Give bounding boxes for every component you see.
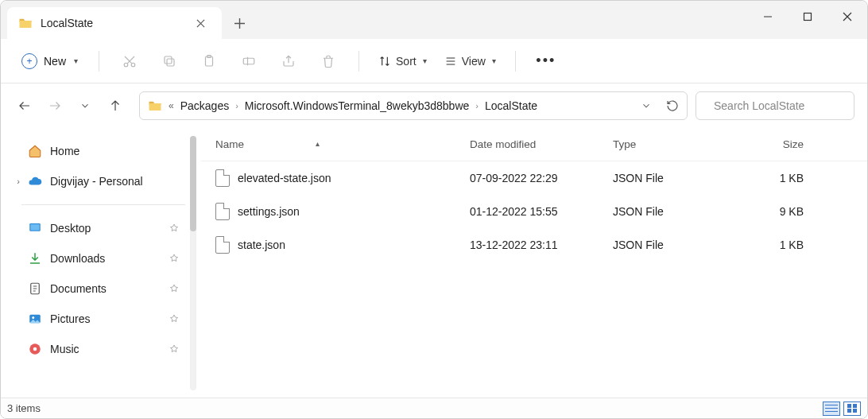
sidebar-item-onedrive[interactable]: › Digvijay - Personal — [9, 166, 201, 196]
svg-point-15 — [33, 347, 37, 351]
refresh-icon[interactable] — [666, 99, 679, 112]
more-icon: ••• — [536, 52, 556, 69]
file-size: 1 KB — [732, 172, 827, 184]
statusbar: 3 items — [1, 398, 867, 418]
sidebar-item-downloads[interactable]: Downloads — [9, 243, 201, 274]
nav-recent-button[interactable] — [74, 95, 96, 117]
address-bar[interactable]: « Packages › Microsoft.WindowsTerminal_8… — [139, 91, 688, 120]
breadcrumb-overflow-icon[interactable]: « — [169, 100, 174, 111]
window-controls — [748, 1, 867, 33]
svg-rect-0 — [804, 14, 812, 21]
sidebar-item-label: Digvijay - Personal — [50, 175, 143, 188]
sidebar-item-home[interactable]: Home — [9, 136, 201, 166]
pin-icon — [169, 284, 179, 293]
svg-rect-7 — [243, 58, 254, 64]
delete-icon — [321, 54, 335, 68]
view-list-icon — [444, 55, 457, 68]
main: Home › Digvijay - Personal Desktop Downl… — [1, 128, 867, 398]
rename-button[interactable] — [231, 47, 266, 76]
sidebar-item-documents[interactable]: Documents — [9, 274, 201, 304]
file-type: JSON File — [613, 205, 732, 218]
view-switch — [823, 402, 861, 416]
chevron-right-icon[interactable]: › — [14, 177, 23, 186]
sidebar-item-desktop[interactable]: Desktop — [9, 213, 201, 243]
cut-button[interactable] — [112, 47, 147, 76]
file-name: elevated-state.json — [238, 172, 331, 184]
cloud-icon — [28, 174, 42, 188]
file-date: 01-12-2022 15:55 — [470, 205, 613, 218]
view-details-button[interactable] — [823, 402, 840, 416]
file-type: JSON File — [613, 239, 732, 251]
pin-icon — [169, 314, 179, 324]
content: Name▴ Date modified Type Size elevated-s… — [201, 128, 867, 398]
copy-button[interactable] — [152, 47, 187, 76]
view-label: View — [462, 55, 486, 68]
folder-icon — [18, 16, 33, 30]
share-icon — [281, 54, 296, 68]
close-icon — [843, 12, 852, 21]
tab-close-button[interactable] — [190, 13, 211, 33]
titlebar: LocalState — [1, 1, 867, 39]
close-window-button[interactable] — [827, 1, 867, 33]
close-icon — [196, 19, 205, 28]
documents-icon — [28, 281, 42, 296]
new-button[interactable]: + New ▾ — [14, 48, 86, 74]
breadcrumb-seg[interactable]: Microsoft.WindowsTerminal_8wekyb3d8bbwe — [245, 99, 469, 112]
pin-icon — [169, 344, 179, 354]
toolbar: + New ▾ Sort ▾ View ▾ ••• — [1, 39, 867, 83]
table-row[interactable]: state.json 13-12-2022 23:11 JSON File 1 … — [201, 228, 867, 262]
file-icon — [215, 203, 230, 220]
col-date[interactable]: Date modified — [470, 138, 613, 150]
separator — [358, 51, 359, 72]
file-icon — [215, 169, 230, 187]
file-name: state.json — [238, 239, 285, 251]
svg-point-13 — [32, 316, 34, 319]
status-item-count: 3 items — [7, 402, 41, 414]
table-row[interactable]: settings.json 01-12-2022 15:55 JSON File… — [201, 195, 867, 228]
delete-button[interactable] — [311, 47, 346, 76]
sidebar-item-label: Downloads — [50, 252, 105, 265]
music-icon — [28, 342, 42, 356]
paste-icon — [202, 54, 216, 68]
col-size[interactable]: Size — [732, 138, 827, 150]
minimize-button[interactable] — [748, 1, 788, 33]
separator — [99, 51, 99, 72]
nav-back-button[interactable] — [14, 95, 36, 117]
view-button[interactable]: View ▾ — [438, 50, 502, 72]
maximize-button[interactable] — [788, 1, 827, 33]
arrow-right-icon — [48, 99, 62, 113]
breadcrumb-seg[interactable]: LocalState — [485, 99, 537, 112]
tab-active[interactable]: LocalState — [7, 7, 222, 39]
paste-button[interactable] — [192, 47, 227, 76]
pin-icon — [169, 254, 179, 263]
more-button[interactable]: ••• — [529, 47, 564, 76]
sort-button[interactable]: Sort ▾ — [372, 50, 433, 72]
nav-up-button[interactable] — [104, 95, 126, 117]
col-type[interactable]: Type — [613, 138, 732, 150]
share-button[interactable] — [271, 47, 306, 76]
new-tab-button[interactable] — [222, 7, 257, 39]
folder-icon — [148, 99, 162, 113]
table-row[interactable]: elevated-state.json 07-09-2022 22:29 JSO… — [201, 161, 867, 195]
view-icons-button[interactable] — [843, 402, 861, 416]
search-box[interactable] — [696, 91, 854, 120]
cut-icon — [122, 54, 137, 68]
nav-forward-button[interactable] — [44, 95, 66, 117]
separator — [515, 51, 516, 72]
chevron-down-icon[interactable] — [641, 100, 652, 111]
svg-rect-4 — [165, 56, 172, 64]
search-input[interactable] — [714, 99, 853, 112]
chevron-down-icon: ▾ — [492, 56, 496, 65]
file-date: 13-12-2022 23:11 — [470, 239, 613, 251]
sidebar-scrollbar-thumb[interactable] — [190, 136, 196, 231]
navrow: « Packages › Microsoft.WindowsTerminal_8… — [1, 83, 867, 128]
sidebar-item-pictures[interactable]: Pictures — [9, 304, 201, 334]
sidebar-item-music[interactable]: Music — [9, 334, 201, 364]
sidebar-item-label: Home — [50, 145, 79, 157]
sidebar-item-label: Documents — [50, 282, 107, 295]
pictures-icon — [28, 312, 42, 326]
plus-circle-icon: + — [21, 53, 37, 69]
file-type: JSON File — [613, 172, 732, 184]
breadcrumb-seg[interactable]: Packages — [180, 99, 229, 112]
col-name[interactable]: Name▴ — [215, 138, 470, 150]
